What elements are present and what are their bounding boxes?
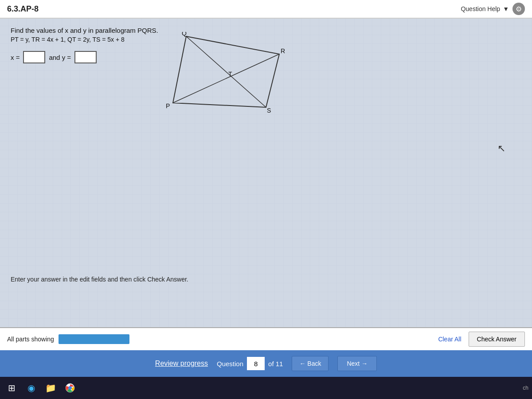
taskbar-time: ch	[523, 385, 528, 391]
y-input[interactable]	[74, 51, 97, 63]
taskbar-edge-icon[interactable]: ◉	[23, 380, 39, 396]
question-number-input[interactable]	[247, 357, 265, 370]
taskbar-folder-icon[interactable]: 📁	[43, 380, 59, 396]
x-equals-label: x =	[11, 54, 20, 61]
back-button[interactable]: ← Back	[292, 356, 329, 371]
instruction-text: Enter your answer in the edit fields and…	[11, 276, 188, 283]
check-answer-button[interactable]: Check Answer	[469, 332, 525, 347]
cursor-indicator: ↖	[497, 143, 505, 154]
review-progress-button[interactable]: Review progress	[155, 360, 208, 368]
windows-icon: ⊞	[8, 383, 16, 393]
taskbar-start-icon[interactable]: ⊞	[4, 380, 20, 396]
parallelogram-diagram: Q R P S T	[160, 32, 301, 121]
gear-icon: ⚙	[516, 5, 522, 13]
question-help-button[interactable]: Question Help ▼	[461, 5, 509, 12]
next-button[interactable]: Next →	[337, 356, 377, 371]
parts-showing-label: All parts showing	[7, 336, 54, 343]
of-total-label: of 11	[268, 360, 283, 368]
vertex-Q: Q	[182, 32, 187, 37]
vertex-T: T	[228, 70, 232, 78]
question-label: Question	[217, 360, 243, 368]
x-input[interactable]	[23, 51, 45, 63]
question-help-label: Question Help	[461, 5, 500, 12]
chrome-svg-icon	[65, 383, 75, 393]
vertex-R: R	[281, 47, 285, 55]
vertex-S: S	[267, 107, 271, 114]
svg-point-5	[69, 387, 72, 390]
nav-bar: Review progress Question of 11 ← Back Ne…	[0, 350, 532, 377]
vertex-P: P	[166, 102, 170, 110]
question-nav: Question of 11	[217, 357, 283, 370]
progress-bar	[59, 334, 129, 344]
taskbar: ⊞ ◉ 📁 ch	[0, 377, 532, 399]
parts-showing-area: All parts showing	[7, 334, 129, 344]
main-content: Find the values of x and y in parallelog…	[0, 19, 532, 327]
svg-line-2	[173, 54, 279, 103]
edge-icon: ◉	[27, 383, 35, 393]
diagram-area: Q R P S T	[160, 32, 301, 121]
top-bar: 6.3.AP-8 Question Help ▼ ⚙	[0, 0, 532, 19]
bottom-toolbar: All parts showing Clear All Check Answer	[0, 327, 532, 350]
folder-icon: 📁	[45, 383, 56, 393]
clear-all-button[interactable]: Clear All	[438, 336, 461, 343]
settings-button[interactable]: ⚙	[512, 3, 525, 15]
chevron-down-icon: ▼	[503, 5, 509, 12]
svg-line-1	[186, 36, 266, 107]
problem-id: 6.3.AP-8	[7, 4, 39, 14]
taskbar-chrome-icon[interactable]	[62, 380, 78, 396]
and-y-equals-label: and y =	[49, 54, 71, 61]
